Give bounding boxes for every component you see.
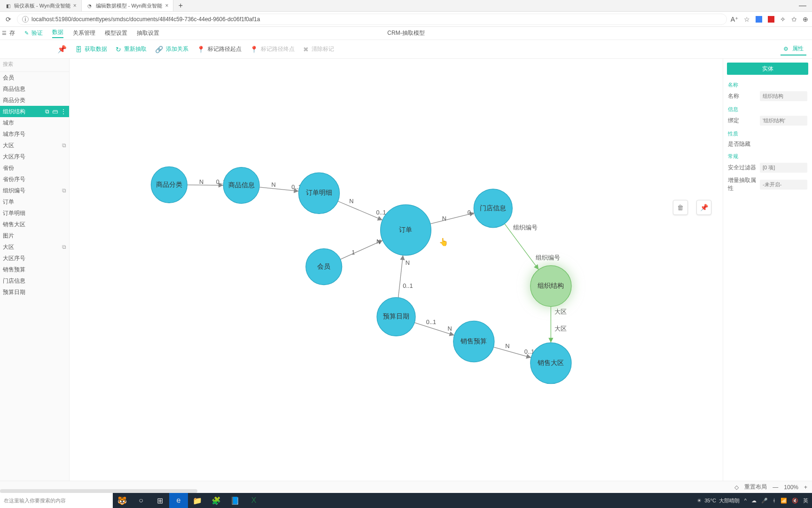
menu-validate[interactable]: 验证 — [24, 29, 43, 37]
sidebar-item-10[interactable]: 组织编号⧉ — [0, 185, 69, 196]
taskbar-taskview[interactable]: ⊞ — [150, 493, 169, 508]
mark-start-button[interactable]: 📍标记路径起点 — [197, 45, 242, 53]
pin-icon[interactable]: 📌 — [57, 45, 67, 54]
collections-icon[interactable]: ⊕ — [803, 16, 808, 23]
prop-bind-value[interactable]: '组织结构' — [760, 116, 807, 126]
taskbar-start[interactable]: ○ — [132, 493, 150, 508]
sidebar-item-11[interactable]: 订单 — [0, 196, 69, 207]
search-input[interactable]: 搜索 — [0, 59, 69, 72]
pin-end-icon: 📍 — [250, 46, 258, 53]
favorites-icon[interactable]: ✩ — [791, 16, 797, 23]
close-icon[interactable]: × — [165, 2, 168, 9]
minimize-button[interactable]: — — [793, 1, 812, 10]
schema-icon[interactable]: ⧉ — [45, 108, 49, 115]
taskbar-store[interactable]: 🧩 — [207, 493, 226, 508]
new-tab-button[interactable]: + — [173, 1, 187, 10]
taskbar-search[interactable]: 在这里输入你要搜索的内容 — [0, 493, 113, 508]
more-icon[interactable]: ⋮ — [61, 108, 66, 115]
prop-incr-value[interactable]: -未开启- — [760, 180, 807, 190]
sidebar-item-1[interactable]: 商品信息 — [0, 83, 69, 95]
zoom-out-button[interactable]: — — [773, 484, 778, 491]
sidebar-item-8[interactable]: 省份 — [0, 162, 69, 174]
menu-relationship[interactable]: 关系管理 — [73, 29, 95, 37]
prop-hidden-label: 是否隐藏 — [728, 140, 756, 148]
sidebar-item-label: 组织结构 — [3, 108, 25, 116]
tab-favicon: ◔ — [86, 2, 93, 9]
tray-wifi-icon[interactable]: 📶 — [781, 498, 787, 504]
sidebar-item-label: 订单明细 — [3, 209, 25, 217]
sidebar-item-13[interactable]: 销售大区 — [0, 219, 69, 230]
sidebar-item-18[interactable]: 门店信息 — [0, 275, 69, 286]
relayout-button[interactable]: 重置布局 — [744, 483, 767, 491]
h-scrollbar[interactable] — [0, 489, 197, 493]
menu-extract-settings[interactable]: 抽取设置 — [137, 29, 159, 37]
url-text: localhost:51980/documenttypes/smdsc/docu… — [31, 16, 260, 23]
sidebar-item-16[interactable]: 大区序号 — [0, 253, 69, 264]
tray-cloud-icon[interactable]: ☁ — [751, 498, 757, 504]
taskbar-explorer[interactable]: 📁 — [188, 493, 207, 508]
taskbar-excel[interactable]: X — [244, 493, 263, 508]
sidebar-item-19[interactable]: 预算日期 — [0, 286, 69, 298]
close-icon[interactable]: × — [73, 2, 77, 9]
sidebar-item-4[interactable]: 城市 — [0, 117, 69, 128]
app-top-menu: 存 验证 数据 关系管理 模型设置 抽取设置 CRM-抽取模型 — [0, 27, 812, 40]
edge-label: N — [505, 342, 509, 349]
fetch-data-button[interactable]: 🗄获取数据 — [75, 45, 107, 53]
reextract-button[interactable]: ↻重新抽取 — [116, 45, 147, 53]
window-controls: — — [793, 1, 812, 10]
text-size-icon[interactable]: A⁺ — [731, 16, 738, 23]
prop-name-label: 名称 — [728, 92, 756, 100]
prop-secfilter-value[interactable]: [0 项] — [760, 163, 807, 173]
delete-node-button[interactable]: 🗑 — [673, 200, 688, 215]
graph-canvas[interactable]: N0..1N0..1N0..1N0..1组织编号组织编号1N0..1N0..1N… — [70, 59, 723, 481]
menu-save[interactable]: 存 — [2, 29, 15, 37]
weather-widget[interactable]: ☀ 35°C 大部晴朗 — [697, 497, 740, 504]
sidebar-item-15[interactable]: 大区⧉ — [0, 241, 69, 253]
properties-tab[interactable]: ⚙ 属性 — [781, 43, 806, 56]
favorite-icon[interactable]: ☆ — [744, 16, 750, 23]
sidebar-item-12[interactable]: 订单明细 — [0, 207, 69, 219]
sidebar-item-2[interactable]: 商品分类 — [0, 95, 69, 106]
browser-tab-1[interactable]: ◔ 编辑数据模型 - Wyn商业智能 × — [82, 0, 174, 11]
section-nature: 性质 — [723, 127, 812, 138]
extensions-icon[interactable]: ✧ — [780, 16, 786, 23]
ext-icon-1[interactable] — [756, 16, 762, 23]
tray-chevron-icon[interactable]: ^ — [744, 498, 747, 503]
sidebar-item-9[interactable]: 省份序号 — [0, 174, 69, 185]
edge-label: 大区 — [554, 325, 567, 332]
sidebar-item-17[interactable]: 销售预算 — [0, 264, 69, 275]
sidebar-item-7[interactable]: 大区序号 — [0, 151, 69, 162]
refresh-icon: ↻ — [116, 46, 121, 53]
sidebar-item-3[interactable]: 组织结构⧉🗃⋮ — [0, 106, 69, 117]
zoom-in-button[interactable]: + — [804, 484, 807, 491]
url-field[interactable]: i localhost:51980/documenttypes/smdsc/do… — [17, 14, 727, 25]
sidebar-item-5[interactable]: 城市序号 — [0, 128, 69, 140]
relayout-icon[interactable]: ◇ — [734, 484, 739, 491]
sidebar-item-0[interactable]: 会员 — [0, 72, 69, 83]
tray-ime[interactable]: 英 — [803, 497, 808, 504]
tray-bluetooth-icon[interactable]: ᚼ — [773, 498, 776, 503]
edge-label: N — [349, 198, 353, 205]
pin-node-button[interactable]: 📌 — [696, 200, 711, 215]
taskbar-edge[interactable]: e — [169, 493, 188, 508]
ext-icon-2[interactable] — [768, 16, 774, 23]
sidebar-item-14[interactable]: 图片 — [0, 230, 69, 241]
reload-button[interactable]: ⟳ — [4, 16, 13, 23]
sidebar-item-6[interactable]: 大区⧉ — [0, 140, 69, 151]
prop-bind-label: 绑定 — [728, 117, 756, 125]
entity-list-panel: 搜索 会员商品信息商品分类组织结构⧉🗃⋮城市城市序号大区⧉大区序号省份省份序号组… — [0, 59, 70, 481]
sidebar-item-label: 会员 — [3, 74, 14, 82]
site-info-icon[interactable]: i — [22, 16, 29, 23]
tray-sound-icon[interactable]: 🔇 — [792, 498, 798, 504]
menu-data[interactable]: 数据 — [52, 28, 63, 38]
add-relation-button[interactable]: 🔗添加关系 — [155, 45, 188, 53]
browser-tab-0[interactable]: ◧ 辑仪表板 - Wyn商业智能 × — [0, 0, 82, 11]
windows-taskbar: 在这里输入你要搜索的内容 🐯 ○ ⊞ e 📁 🧩 📘 X ☀ 35°C 大部晴朗… — [0, 493, 812, 508]
prop-name-value[interactable]: 组织结构 — [760, 91, 807, 101]
table-icon[interactable]: 🗃 — [52, 108, 58, 115]
menu-model-settings[interactable]: 模型设置 — [105, 29, 127, 37]
tray-mic-icon[interactable]: 🎤 — [761, 498, 768, 504]
edge[interactable] — [398, 255, 403, 297]
edge-label: 0..1 — [403, 282, 413, 289]
taskbar-notepad[interactable]: 📘 — [226, 493, 244, 508]
